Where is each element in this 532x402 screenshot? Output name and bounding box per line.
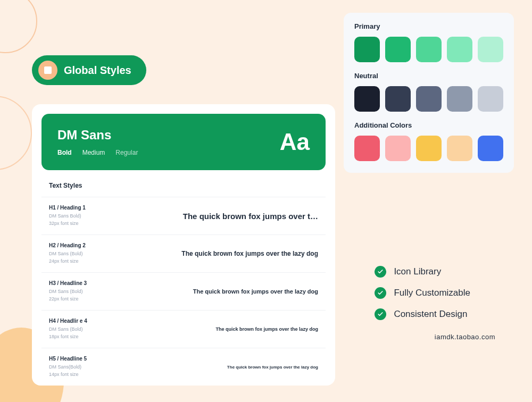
color-swatch: [478, 86, 503, 112]
style-row: H5 / Headline 5 DM Sans(Bold) 14px font …: [41, 348, 326, 386]
color-swatch: [354, 86, 380, 112]
color-swatch: [478, 37, 503, 62]
text-styles-title: Text Styles: [41, 170, 326, 197]
palette-title: Primary: [354, 22, 503, 30]
color-swatch: [416, 37, 442, 62]
color-swatch: [447, 86, 472, 112]
style-meta: 32px font size: [49, 220, 86, 228]
style-sample: The quick brown fox jumps over t…: [183, 212, 318, 221]
decorative-curve: [0, 96, 32, 170]
palette-additional: Additional Colors: [354, 121, 503, 161]
style-sample: The quick brown fox jumps over the lazy …: [193, 288, 318, 295]
swatch-row: [354, 136, 503, 161]
swatch-row: [354, 37, 503, 62]
style-row: H2 / Heading 2 DM Sans (Bold) 24px font …: [41, 234, 326, 272]
weight-medium: Medium: [82, 149, 105, 156]
weight-regular: Regular: [115, 149, 138, 156]
styles-icon: [44, 66, 52, 74]
feature-label: Fully Customizable: [394, 288, 470, 298]
palette-card: Primary Neutral Additional Colors: [344, 13, 514, 173]
font-specimen: Aa: [280, 129, 310, 155]
color-swatch: [354, 136, 380, 161]
style-meta: 24px font size: [49, 258, 86, 265]
style-label: H3 / Headline 3: [49, 280, 87, 286]
color-swatch: [385, 86, 411, 112]
color-swatch: [385, 37, 411, 62]
style-label: H1 / Heading 1: [49, 205, 86, 211]
style-meta: DM Sans (Bold): [49, 288, 87, 296]
style-meta: DM Sans Bold): [49, 213, 86, 220]
palette-title: Additional Colors: [354, 121, 503, 129]
feature-item: Consistent Design: [375, 308, 470, 320]
feature-item: Icon Library: [375, 266, 470, 278]
style-row: H4 / Headlir e 4 DM Sans (Bold) 18px fon…: [41, 310, 326, 348]
palette-title: Neutral: [354, 72, 503, 80]
font-name: DM Sans: [57, 128, 138, 143]
style-sample: The quick brown fox jumps over the lazy …: [215, 326, 318, 332]
palette-primary: Primary: [354, 22, 503, 62]
style-meta: 22px font size: [49, 296, 87, 303]
font-weights: Bold Medium Regular: [57, 149, 138, 156]
color-swatch: [478, 136, 503, 161]
watermark: iamdk.taobao.com: [435, 333, 495, 341]
color-swatch: [447, 136, 472, 161]
color-swatch: [416, 136, 442, 161]
color-swatch: [385, 136, 411, 161]
color-swatch: [416, 86, 442, 112]
style-sample: The quick brown fox jumps over the lazy …: [227, 365, 318, 370]
weight-bold: Bold: [57, 149, 72, 156]
style-meta: 18px font size: [49, 333, 87, 341]
decorative-curve: [0, 0, 37, 53]
style-label: H5 / Headline 5: [49, 356, 87, 362]
style-sample: The quick brown fox jumps over the lazy …: [181, 250, 318, 257]
features-list: Icon Library Fully Customizable Consiste…: [375, 266, 470, 320]
badge-icon-wrap: [38, 61, 57, 80]
style-row: H3 / Headline 3 DM Sans (Bold) 22px font…: [41, 272, 326, 310]
feature-label: Consistent Design: [394, 309, 467, 320]
swatch-row: [354, 86, 503, 112]
color-swatch: [447, 37, 472, 62]
style-row: H1 / Heading 1 DM Sans Bold) 32px font s…: [41, 197, 326, 234]
style-label: H2 / Heading 2: [49, 242, 86, 248]
check-icon: [375, 308, 386, 320]
badge-label: Global Styles: [64, 64, 131, 77]
style-meta: DM Sans (Bold): [49, 326, 87, 333]
styles-card: DM Sans Bold Medium Regular Aa Text Styl…: [32, 104, 335, 386]
feature-item: Fully Customizable: [375, 287, 470, 299]
check-icon: [375, 266, 386, 278]
font-header: DM Sans Bold Medium Regular Aa: [41, 114, 326, 170]
color-swatch: [354, 37, 380, 62]
style-meta: DM Sans (Bold): [49, 250, 86, 258]
feature-label: Icon Library: [394, 266, 441, 277]
style-meta: DM Sans(Bold): [49, 364, 87, 371]
style-meta: 14px font size: [49, 371, 87, 379]
palette-neutral: Neutral: [354, 72, 503, 112]
global-styles-badge: Global Styles: [32, 55, 146, 85]
style-label: H4 / Headlir e 4: [49, 318, 87, 324]
check-icon: [375, 287, 386, 299]
